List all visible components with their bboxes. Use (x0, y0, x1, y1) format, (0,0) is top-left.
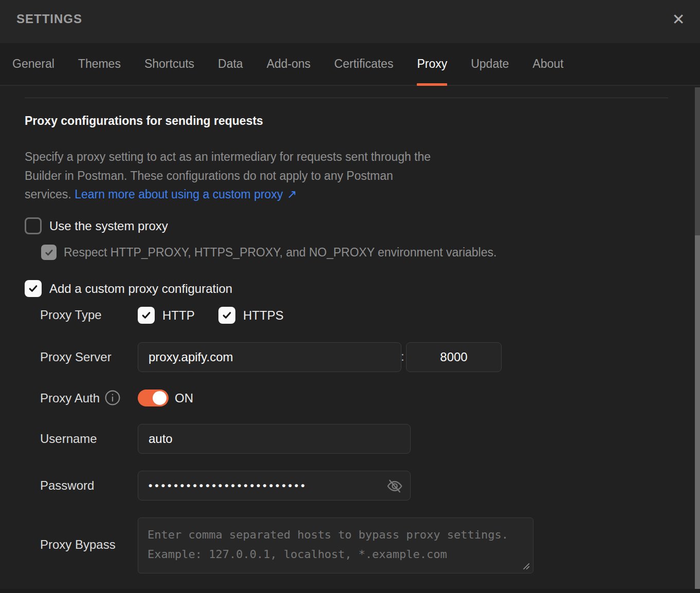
password-input[interactable] (138, 471, 411, 501)
proxy-server-port-input[interactable] (406, 342, 502, 372)
proxy-auth-toggle[interactable] (138, 390, 169, 406)
checkmark-icon (28, 283, 39, 294)
checkmark-icon (44, 248, 54, 257)
settings-tabbar: General Themes Shortcuts Data Add-ons Ce… (0, 43, 700, 86)
scrollbar-track (695, 87, 700, 593)
tab-proxy[interactable]: Proxy (417, 43, 447, 85)
tab-shortcuts[interactable]: Shortcuts (144, 43, 194, 85)
proxy-type-label: Proxy Type (40, 308, 102, 322)
tab-data[interactable]: Data (218, 43, 243, 85)
toggle-knob (153, 391, 167, 405)
tab-add-ons[interactable]: Add-ons (267, 43, 311, 85)
respect-env-label: Respect HTTP_PROXY, HTTPS_PROXY, and NO_… (64, 246, 496, 260)
username-label: Username (40, 432, 97, 446)
description-line-3-prefix: services. (25, 188, 75, 201)
system-proxy-checkbox[interactable] (25, 217, 42, 234)
tab-about[interactable]: About (532, 43, 563, 85)
tab-general[interactable]: General (12, 43, 54, 85)
system-proxy-row: Use the system proxy (25, 217, 168, 234)
external-link-icon[interactable]: ↗ (287, 188, 297, 201)
content-divider (25, 98, 668, 98)
info-icon[interactable] (104, 390, 121, 406)
settings-dialog: SETTINGS ✕ General Themes Shortcuts Data… (0, 0, 700, 593)
proxy-auth-label: Proxy Auth (40, 391, 100, 405)
password-label: Password (40, 478, 94, 493)
username-input[interactable] (138, 424, 411, 454)
checkmark-icon (222, 310, 232, 321)
proxy-bypass-label: Proxy Bypass (40, 538, 116, 552)
http-checkbox[interactable] (138, 307, 155, 324)
custom-proxy-row: Add a custom proxy configuration (25, 280, 232, 297)
https-label[interactable]: HTTPS (243, 308, 284, 323)
https-checkbox[interactable] (218, 307, 235, 324)
description-line-2: Builder in Postman. These configurations… (25, 166, 431, 186)
section-heading: Proxy configurations for sending request… (25, 114, 263, 128)
eye-off-icon[interactable] (384, 476, 405, 496)
custom-proxy-checkbox[interactable] (25, 280, 42, 297)
respect-env-row: Respect HTTP_PROXY, HTTPS_PROXY, and NO_… (41, 245, 496, 260)
proxy-type-https-row: HTTPS (218, 307, 284, 324)
proxy-type-http-row: HTTP (138, 307, 195, 324)
proxy-server-label: Proxy Server (40, 350, 112, 364)
close-icon[interactable]: ✕ (665, 6, 692, 33)
tab-themes[interactable]: Themes (78, 43, 121, 85)
dialog-title: SETTINGS (16, 12, 82, 26)
proxy-bypass-textarea[interactable] (138, 517, 533, 573)
description-line-3: services. Learn more about using a custo… (25, 185, 431, 204)
proxy-auth-state: ON (175, 391, 193, 405)
custom-proxy-label[interactable]: Add a custom proxy configuration (49, 282, 232, 296)
tab-certificates[interactable]: Certificates (334, 43, 393, 85)
system-proxy-label[interactable]: Use the system proxy (49, 219, 168, 233)
http-label[interactable]: HTTP (162, 308, 195, 323)
resize-handle-icon[interactable] (521, 561, 530, 570)
host-port-separator: : (401, 349, 404, 364)
checkmark-icon (141, 310, 152, 321)
tab-update[interactable]: Update (471, 43, 509, 85)
respect-env-checkbox (41, 245, 57, 260)
learn-more-link[interactable]: Learn more about using a custom proxy (75, 188, 283, 201)
dialog-header: SETTINGS ✕ (0, 0, 700, 43)
scrollbar-thumb[interactable] (695, 235, 700, 593)
proxy-server-host-input[interactable] (138, 342, 401, 372)
section-description: Specify a proxy setting to act as an int… (25, 147, 431, 204)
dialog-bottom-edge (0, 589, 700, 593)
description-line-1: Specify a proxy setting to act as an int… (25, 147, 431, 166)
